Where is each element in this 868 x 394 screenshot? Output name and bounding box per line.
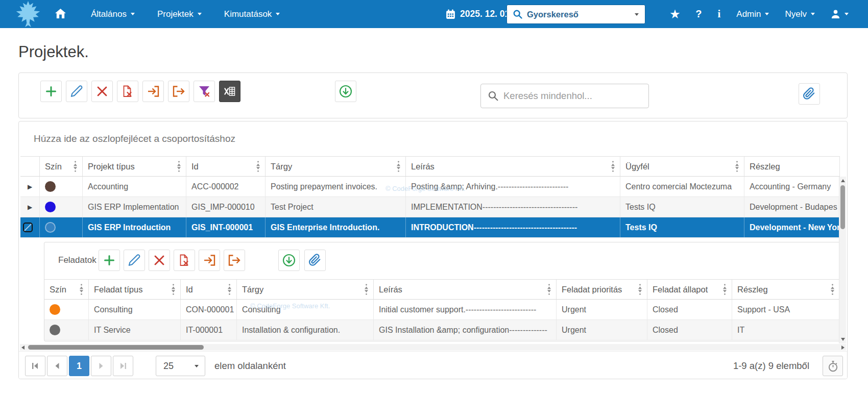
- header-subject[interactable]: Tárgy: [237, 280, 374, 299]
- download-button[interactable]: [335, 81, 356, 102]
- header-id[interactable]: Id: [181, 280, 237, 299]
- home-icon[interactable]: [55, 9, 66, 18]
- header-label: Id: [186, 285, 193, 294]
- vertical-scroll-thumb[interactable]: [840, 185, 845, 229]
- cell-color: [44, 320, 89, 340]
- attachments-button[interactable]: [799, 83, 820, 105]
- plus-icon: [103, 254, 116, 267]
- cell-department: Development - Budapes: [744, 197, 840, 217]
- document-delete-icon: [178, 254, 191, 267]
- row-checkbox[interactable]: [23, 223, 33, 232]
- refresh-timer-button[interactable]: [823, 356, 843, 376]
- scroll-down-icon[interactable]: [841, 338, 845, 341]
- search-box: [480, 84, 649, 108]
- language-menu[interactable]: Nyelv: [785, 9, 815, 19]
- header-color[interactable]: Szín: [44, 280, 89, 299]
- vertical-scrollbar[interactable]: [839, 177, 846, 343]
- search-input[interactable]: [503, 90, 641, 102]
- header-expand: [20, 157, 40, 176]
- cell-description: IMPLEMENTATION--------------------------…: [406, 197, 620, 217]
- attachments-button[interactable]: [304, 250, 326, 271]
- favorites-star-icon[interactable]: ★: [670, 8, 680, 20]
- previous-page-button[interactable]: [47, 356, 67, 376]
- cell-color: [40, 177, 83, 196]
- add-button[interactable]: [40, 81, 62, 102]
- circle-down-arrow-icon: [282, 253, 296, 267]
- project-row-selected[interactable]: GIS ERP Introduction GIS_INT-000001 GIS …: [20, 217, 840, 238]
- horizontal-scrollbar[interactable]: [20, 344, 846, 351]
- pencil-icon: [70, 85, 83, 98]
- header-color[interactable]: Szín: [40, 157, 83, 176]
- chevron-down-icon[interactable]: [635, 13, 639, 16]
- header-department[interactable]: Részleg: [732, 280, 840, 299]
- horizontal-scroll-thumb[interactable]: [28, 345, 204, 350]
- cell-subject: Installation & configuration.: [237, 320, 374, 340]
- items-summary: 1-9 a(z) 9 elemből: [733, 352, 809, 379]
- user-menu[interactable]: [831, 9, 849, 19]
- header-priority[interactable]: Feladat prioritás: [557, 280, 647, 299]
- quick-search-input[interactable]: [527, 10, 630, 19]
- language-label: Nyelv: [785, 9, 807, 19]
- header-label: Projekt típus: [88, 162, 135, 171]
- row-expand-button[interactable]: ▶: [20, 197, 40, 217]
- navbar-right: ★ ? i Admin Nyelv: [670, 0, 849, 28]
- download-button[interactable]: [278, 250, 300, 271]
- delete-document-button[interactable]: [174, 250, 195, 271]
- task-row[interactable]: Consulting CON-000001 Consulting Initial…: [44, 300, 840, 320]
- paperclip-icon: [803, 87, 816, 101]
- excel-export-button[interactable]: [219, 81, 240, 102]
- project-row[interactable]: ▶ GIS ERP Implementation GIS_IMP-000010 …: [20, 197, 840, 217]
- scroll-up-icon[interactable]: [841, 179, 845, 182]
- header-description[interactable]: Leírás: [406, 157, 620, 176]
- menu-item-projektek[interactable]: Projektek: [157, 9, 202, 19]
- cell-description: Initial customer support.---------------…: [374, 300, 557, 319]
- header-status[interactable]: Feladat állapot: [647, 280, 732, 299]
- page-number-button[interactable]: 1: [69, 356, 89, 376]
- menu-label: Kimutatások: [224, 9, 272, 19]
- project-row[interactable]: ▶ Accounting ACC-000002 Posting prepayme…: [20, 177, 840, 197]
- edit-button[interactable]: [124, 250, 145, 271]
- delete-document-button[interactable]: [117, 81, 138, 102]
- header-subject[interactable]: Tárgy: [266, 157, 406, 176]
- cell-task-type: Consulting: [89, 300, 181, 319]
- header-project-type[interactable]: Projekt típus: [83, 157, 186, 176]
- cell-id: CON-000001: [181, 300, 237, 319]
- cell-customer: Tests IQ: [620, 217, 744, 237]
- row-expand-button[interactable]: [20, 217, 40, 237]
- sort-icon: [735, 161, 739, 172]
- next-page-button[interactable]: [91, 356, 111, 376]
- delete-button[interactable]: [149, 250, 170, 271]
- export-button[interactable]: [168, 81, 189, 102]
- delete-button[interactable]: [91, 81, 113, 102]
- header-description[interactable]: Leírás: [374, 280, 557, 299]
- last-page-button[interactable]: [113, 356, 133, 376]
- edit-button[interactable]: [66, 81, 87, 102]
- info-icon[interactable]: i: [717, 8, 720, 20]
- clear-filter-button[interactable]: [194, 81, 215, 102]
- admin-menu[interactable]: Admin: [736, 9, 769, 19]
- help-icon[interactable]: ?: [695, 8, 702, 20]
- sort-icon: [830, 284, 835, 295]
- header-label: Szín: [45, 162, 62, 171]
- header-department[interactable]: Részleg: [744, 157, 840, 176]
- color-dot: [45, 181, 56, 192]
- export-button[interactable]: [224, 250, 245, 271]
- scroll-right-icon[interactable]: [841, 346, 845, 350]
- menu-item-kimutatasok[interactable]: Kimutatások: [224, 9, 280, 19]
- header-task-type[interactable]: Feladat típus: [89, 280, 181, 299]
- add-button[interactable]: [99, 250, 120, 271]
- row-expand-button[interactable]: ▶: [20, 177, 40, 196]
- page-size-select[interactable]: 25: [156, 356, 205, 376]
- first-page-button[interactable]: [25, 356, 45, 376]
- page-size-value: 25: [163, 361, 174, 372]
- toolbar-panel: [18, 72, 848, 118]
- header-customer[interactable]: Ügyfél: [620, 157, 744, 176]
- scroll-left-icon[interactable]: [21, 346, 25, 350]
- import-button[interactable]: [199, 250, 220, 271]
- task-row[interactable]: IT Service IT-000001 Installation & conf…: [44, 320, 840, 340]
- export-icon: [228, 254, 241, 267]
- menu-item-altalanos[interactable]: Általános: [91, 9, 135, 19]
- import-button[interactable]: [142, 81, 164, 102]
- header-id[interactable]: Id: [186, 157, 266, 176]
- quick-search-box[interactable]: [507, 5, 645, 24]
